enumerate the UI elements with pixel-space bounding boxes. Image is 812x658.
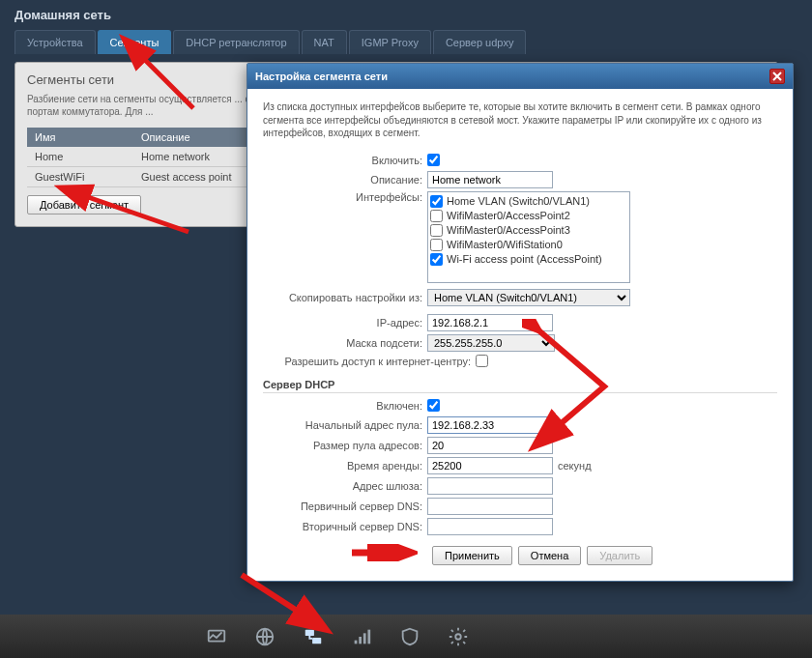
cell-name: GuestWiFi (27, 167, 133, 187)
interface-checkbox[interactable] (430, 239, 443, 251)
dns2-input[interactable] (427, 518, 553, 535)
shield-icon[interactable] (396, 623, 423, 650)
apply-button[interactable]: Применить (432, 546, 512, 565)
description-input[interactable] (427, 171, 553, 188)
netmask-select[interactable]: 255.255.255.0 (427, 334, 555, 352)
interface-item[interactable]: WifiMaster0/WifiStation0 (430, 238, 627, 252)
interface-label: Home VLAN (Switch0/VLAN1) (447, 195, 590, 207)
label-ifaces: Интерфейсы: (263, 191, 427, 203)
modal-info: Из списка доступных интерфейсов выберите… (263, 100, 777, 140)
modal-header: Настройка сегмента сети (247, 64, 793, 89)
cell-name: Home (27, 147, 133, 167)
add-segment-button[interactable]: Добавить сегмент (27, 195, 141, 215)
dns1-input[interactable] (427, 498, 553, 515)
interface-item[interactable]: WifiMaster0/AccessPoint3 (430, 223, 627, 238)
label-descr: Описание: (263, 174, 427, 186)
cancel-button[interactable]: Отмена (518, 546, 581, 565)
tab-dhcp-relay[interactable]: DHCP ретранслятор (173, 30, 299, 54)
label-allow-remote: Разрешить доступ к интернет-центру: (263, 356, 476, 367)
label-dhcp-enabled: Включен: (263, 400, 427, 412)
tab-bar: Устройства Сегменты DHCP ретранслятор NA… (14, 30, 798, 54)
page-title: Домашняя сеть (0, 0, 812, 30)
interface-checkbox[interactable] (430, 224, 443, 237)
label-gateway: Адрес шлюза: (263, 480, 427, 492)
dhcp-enabled-checkbox[interactable] (427, 399, 440, 412)
label-pool-start: Начальный адрес пула: (263, 419, 427, 431)
tab-nat[interactable]: NAT (302, 30, 347, 54)
interface-item[interactable]: WifiMaster0/AccessPoint2 (430, 209, 627, 223)
svg-rect-5 (359, 637, 362, 644)
ip-input[interactable] (427, 314, 553, 331)
modal-buttons: Применить Отмена Удалить (263, 538, 777, 565)
pool-start-input[interactable] (427, 416, 553, 434)
interface-label: WifiMaster0/WifiStation0 (447, 239, 563, 250)
label-copy-from: Скопировать настройки из: (263, 292, 427, 303)
interface-checkbox[interactable] (430, 195, 443, 208)
label-lease: Время аренды: (263, 460, 427, 472)
interface-item[interactable]: Home VLAN (Switch0/VLAN1) (430, 194, 627, 209)
interface-label: WifiMaster0/AccessPoint3 (447, 224, 570, 236)
gear-icon[interactable] (445, 623, 472, 650)
tab-igmp[interactable]: IGMP Proxy (349, 30, 431, 54)
interfaces-scrollbox[interactable]: Home VLAN (Switch0/VLAN1) WifiMaster0/Ac… (427, 191, 630, 283)
svg-rect-4 (355, 640, 358, 644)
interface-label: Wi-Fi access point (AccessPoint) (447, 253, 602, 265)
label-pool-size: Размер пула адресов: (263, 440, 427, 451)
label-ip: IP-адрес: (263, 317, 427, 329)
tab-devices[interactable]: Устройства (14, 30, 96, 54)
lease-input[interactable] (427, 457, 553, 474)
lease-suffix: секунд (553, 460, 592, 472)
label-dns1: Первичный сервер DNS: (263, 501, 427, 512)
gateway-input[interactable] (427, 477, 553, 495)
interface-checkbox[interactable] (430, 210, 443, 222)
signal-icon[interactable] (348, 623, 375, 650)
tab-segments[interactable]: Сегменты (98, 30, 172, 54)
interface-label: WifiMaster0/AccessPoint2 (447, 210, 570, 221)
svg-rect-2 (305, 629, 314, 635)
segment-settings-modal: Настройка сегмента сети Из списка доступ… (246, 63, 794, 582)
dhcp-section-header: Сервер DHCP (263, 379, 777, 393)
globe-icon[interactable] (251, 623, 278, 650)
delete-button: Удалить (587, 546, 652, 565)
svg-rect-3 (312, 637, 321, 643)
label-mask: Маска подсети: (263, 337, 427, 349)
interface-checkbox[interactable] (430, 253, 443, 266)
label-enable: Включить: (263, 155, 427, 166)
copy-from-select[interactable]: Home VLAN (Switch0/VLAN1) (427, 289, 630, 306)
svg-point-8 (455, 634, 461, 640)
svg-rect-7 (367, 629, 370, 644)
modal-title: Настройка сегмента сети (255, 71, 388, 82)
monitor-icon[interactable] (203, 623, 230, 650)
col-name: Имя (27, 128, 133, 147)
pool-size-input[interactable] (427, 437, 553, 454)
interface-item[interactable]: Wi-Fi access point (AccessPoint) (430, 252, 627, 267)
label-dns2: Вторичный сервер DNS: (263, 521, 427, 532)
enable-checkbox[interactable] (427, 154, 440, 166)
svg-rect-6 (363, 633, 366, 644)
allow-remote-checkbox[interactable] (476, 355, 488, 367)
network-icon[interactable] (300, 623, 327, 650)
close-icon[interactable] (769, 69, 785, 84)
bottom-nav (0, 615, 812, 658)
tab-udpxy[interactable]: Сервер udpxy (433, 30, 527, 54)
